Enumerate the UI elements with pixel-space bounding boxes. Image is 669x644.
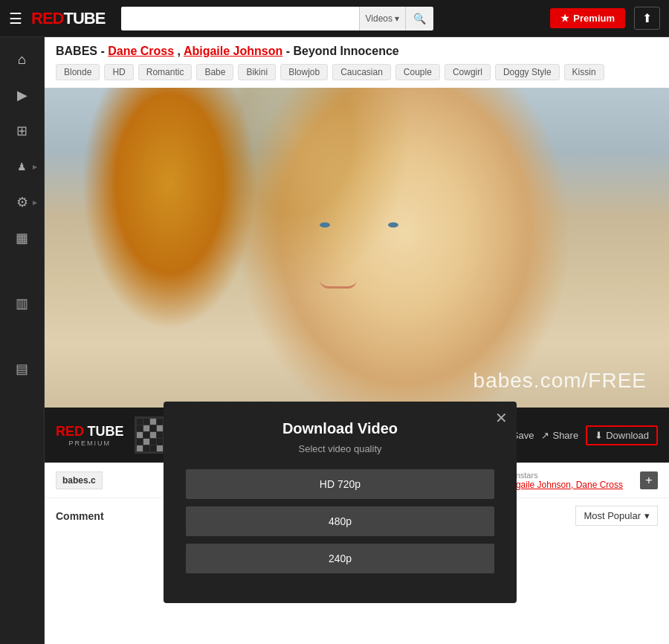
- search-input[interactable]: [121, 7, 358, 30]
- actor-link-1[interactable]: Dane Cross: [108, 45, 174, 57]
- tag-couple[interactable]: Couple: [395, 64, 440, 80]
- main-layout: ⌂ ▶ ⊞ ♟ ▶ ⚙ ▶ ▦ ▥ ▤ BABES -: [0, 37, 669, 644]
- video-watermark: babes.com/FREE: [474, 369, 647, 393]
- upload-button[interactable]: ⬆: [634, 7, 660, 30]
- download-modal: ✕ Download Video Select video quality HD…: [164, 402, 517, 603]
- share-button[interactable]: ↗ Share: [541, 425, 578, 445]
- smile: [320, 280, 357, 289]
- download-label: Download: [606, 430, 649, 441]
- sort-dropdown[interactable]: Most Popular ▾: [575, 506, 658, 526]
- modal-subtitle: Select video quality: [186, 443, 494, 454]
- tag-doggy-style[interactable]: Doggy Style: [495, 64, 560, 80]
- video-title-bar: BABES - Dane Cross , Abigaile Johnson - …: [45, 37, 669, 64]
- content-area: BABES - Dane Cross , Abigaile Johnson - …: [45, 37, 669, 644]
- sidebar-item-settings[interactable]: ⚙ ▶: [6, 187, 39, 217]
- redtube-logo-small: RED TUBE PREMIUM: [56, 424, 123, 447]
- sort-label: Most Popular: [584, 510, 641, 521]
- history-icon: ▤: [16, 361, 28, 377]
- pornstars-section: Pornstars Abigaile Johnson, Dane Cross: [503, 471, 623, 490]
- sidebar-item-home[interactable]: ⌂: [6, 45, 39, 74]
- tag-caucasian[interactable]: Caucasian: [332, 64, 391, 80]
- download-button[interactable]: ⬇ Download: [586, 425, 658, 445]
- sidebar-item-videos[interactable]: ▶: [6, 80, 39, 110]
- share-label: Share: [552, 430, 578, 441]
- gear-icon: ⚙: [16, 194, 28, 210]
- title-separator: ,: [178, 45, 184, 57]
- playlist-icon: ▥: [16, 295, 28, 312]
- home-icon: ⌂: [18, 52, 26, 68]
- download-icon: ⬇: [595, 430, 603, 441]
- tag-kissing[interactable]: Kissin: [564, 64, 604, 80]
- search-type-dropdown[interactable]: Videos ▾: [359, 7, 406, 30]
- sidebar-item-library[interactable]: ▦: [6, 223, 39, 253]
- hamburger-menu-icon[interactable]: ☰: [9, 10, 22, 28]
- chevron-right-icon2: ▶: [33, 199, 37, 206]
- action-buttons: ⊟ Save ↗ Share ⬇ Download: [501, 425, 658, 445]
- tag-blowjob[interactable]: Blowjob: [280, 64, 328, 80]
- premium-button[interactable]: ★ Premium: [550, 8, 625, 28]
- modal-close-button[interactable]: ✕: [495, 409, 508, 427]
- pornstars-label: Pornstars: [503, 471, 623, 480]
- hair-gradient: [45, 88, 669, 408]
- video-icon: ▶: [17, 87, 28, 103]
- video-title: BABES - Dane Cross , Abigaile Johnson - …: [56, 45, 658, 58]
- library-icon: ▦: [16, 230, 28, 246]
- channel-logo[interactable]: babes.c: [56, 471, 103, 489]
- sidebar: ⌂ ▶ ⊞ ♟ ▶ ⚙ ▶ ▦ ▥ ▤: [0, 37, 45, 644]
- eye-left: [320, 222, 330, 228]
- quality-480p-button[interactable]: 480p: [186, 506, 494, 536]
- video-player[interactable]: babes.com/FREE: [45, 88, 669, 408]
- add-pornstar-button[interactable]: +: [640, 471, 658, 489]
- tag-hd[interactable]: HD: [104, 64, 133, 80]
- premium-label: Premium: [573, 13, 615, 24]
- video-title-prefix: BABES -: [56, 45, 108, 57]
- sidebar-item-channels[interactable]: ♟ ▶: [6, 152, 39, 181]
- comments-label: Comment: [56, 510, 104, 522]
- logo[interactable]: RED TUBE: [31, 9, 105, 28]
- title-suffix: - Beyond Innocence: [286, 45, 399, 57]
- top-navigation: ☰ RED TUBE Videos ▾ 🔍 ★ Premium ⬆: [0, 0, 669, 37]
- logo-tube: TUBE: [63, 9, 105, 28]
- tag-bikini[interactable]: Bikini: [238, 64, 276, 80]
- categories-icon: ⊞: [16, 123, 28, 139]
- tag-romantic[interactable]: Romantic: [138, 64, 193, 80]
- premium-star-icon: ★: [560, 13, 569, 24]
- share-icon: ↗: [541, 430, 549, 441]
- redtube-red-text: RED: [56, 424, 84, 439]
- channels-icon: ♟: [17, 161, 27, 173]
- search-button[interactable]: 🔍: [405, 7, 433, 30]
- search-bar: Videos ▾ 🔍: [121, 7, 433, 30]
- tag-cowgirl[interactable]: Cowgirl: [445, 64, 491, 80]
- premium-small-label: PREMIUM: [68, 439, 111, 447]
- sort-arrow-icon: ▾: [644, 510, 650, 521]
- quality-hd720-button[interactable]: HD 720p: [186, 469, 494, 499]
- tag-babe[interactable]: Babe: [196, 64, 233, 80]
- pornstars-names[interactable]: Abigaile Johnson, Dane Cross: [503, 480, 623, 490]
- video-thumbnail: babes.com/FREE: [45, 88, 669, 408]
- chevron-right-icon: ▶: [33, 164, 37, 170]
- actor-link-2[interactable]: Abigaile Johnson: [184, 45, 282, 57]
- sidebar-item-playlist[interactable]: ▥: [6, 289, 39, 318]
- modal-title: Download Video: [186, 420, 494, 437]
- eye-right: [388, 222, 398, 228]
- logo-red: RED: [31, 9, 63, 28]
- tag-blonde[interactable]: Blonde: [56, 64, 100, 80]
- quality-240p-button[interactable]: 240p: [186, 544, 494, 573]
- tags-bar: Blonde HD Romantic Babe Bikini Blowjob C…: [45, 64, 669, 88]
- redtube-logo-text: RED TUBE: [56, 424, 123, 439]
- redtube-tube-text: TUBE: [87, 424, 123, 439]
- sidebar-item-categories[interactable]: ⊞: [6, 116, 39, 146]
- sidebar-item-history[interactable]: ▤: [6, 354, 39, 384]
